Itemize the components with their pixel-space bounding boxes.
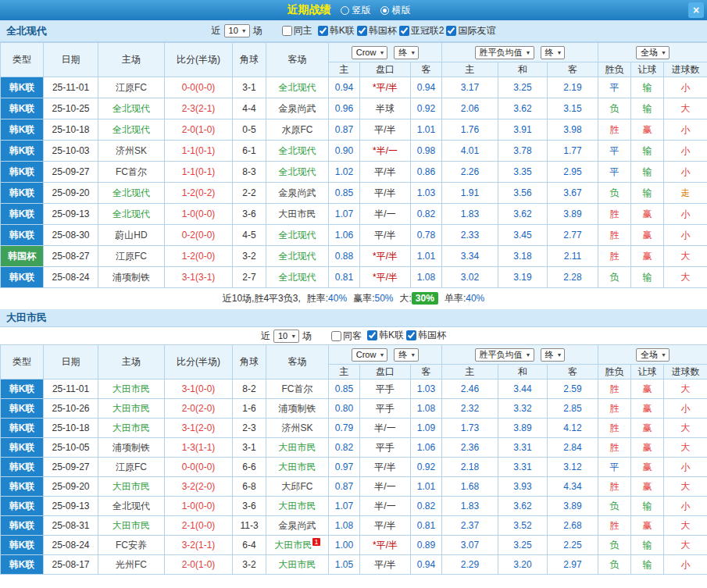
checkbox[interactable] — [399, 26, 409, 36]
odds-company-select[interactable]: Crow▼ — [352, 348, 388, 362]
profit-rate: 赢率:50% — [353, 292, 393, 305]
chevron-down-icon: ▼ — [526, 350, 531, 360]
col-eu-draw: 和 — [498, 62, 548, 77]
goals-result-cell: 大 — [664, 438, 707, 458]
league-cell: 韩K联 — [1, 536, 44, 555]
dialog-titlebar: 近期战绩 竖版 横版 × — [0, 0, 707, 20]
date-cell: 25-10-25 — [44, 98, 98, 119]
col-winloss: 胜负 — [598, 62, 631, 77]
single-rate: 单率:40% — [445, 292, 484, 305]
eu-away-odds-cell: 4.12 — [548, 419, 598, 438]
handicap-cell: 半/一 — [360, 497, 411, 516]
layout-vertical-radio[interactable]: 竖版 — [341, 4, 371, 17]
match-row: 韩K联25-09-27江原FC0-0(0-0)6-6大田市民0.97平/半0.9… — [1, 458, 707, 477]
eu-home-odds-cell: 1.91 — [442, 183, 498, 204]
avg-time-select[interactable]: 终▼ — [541, 348, 566, 362]
col-asia-home: 主 — [329, 365, 360, 380]
avg-time-select[interactable]: 终▼ — [541, 46, 566, 59]
corner-cell: 3-6 — [233, 204, 266, 225]
winloss-result-cell: 平 — [598, 458, 631, 477]
result-group: 全场▼ — [598, 43, 707, 62]
close-icon[interactable]: × — [688, 2, 704, 18]
winloss-result-cell: 胜 — [598, 225, 631, 246]
winloss-result-cell: 负 — [598, 555, 631, 575]
eu-home-odds-cell: 4.01 — [442, 141, 498, 162]
home-team-cell: 大田市民 — [98, 419, 165, 438]
league-filter-checkbox[interactable]: 韩国杯 — [406, 329, 446, 342]
handicap-cell: 平手 — [360, 438, 411, 458]
col-asia-handicap: 盘口 — [360, 365, 411, 380]
match-scope-select[interactable]: 全场▼ — [636, 348, 670, 362]
league-filter-checkbox[interactable]: 韩K联 — [318, 24, 355, 37]
checkbox[interactable] — [318, 26, 328, 36]
handicap-cell: 半/一 — [360, 477, 411, 497]
checkbox[interactable] — [446, 26, 456, 36]
goals-result-cell: 小 — [664, 555, 707, 575]
eu-home-odds-cell: 1.73 — [442, 419, 498, 438]
eu-home-odds-cell: 2.18 — [442, 458, 498, 477]
winloss-result-cell: 胜 — [598, 380, 631, 399]
date-cell: 25-11-01 — [44, 77, 98, 98]
checkbox[interactable] — [331, 331, 341, 341]
handicap-cell: *平/半 — [360, 246, 411, 267]
big-rate: 大:30% — [400, 292, 438, 305]
checkbox-label: 韩K联 — [379, 329, 404, 342]
avg-odds-select[interactable]: 胜平负均值▼ — [475, 46, 534, 59]
goals-result-cell: 小 — [664, 162, 707, 183]
home-team-cell: FC安养 — [98, 536, 165, 555]
handicap-cell: 平/半 — [360, 119, 411, 141]
asian-home-odds-cell: 0.90 — [329, 141, 360, 162]
eu-draw-odds-cell: 3.52 — [498, 516, 548, 536]
goals-result-cell: 大 — [664, 536, 707, 555]
asian-home-odds-cell: 1.07 — [329, 204, 360, 225]
asian-home-odds-cell: 0.97 — [329, 458, 360, 477]
match-row: 韩K联25-09-27FC首尔1-1(0-1)8-3全北现代1.02平/半0.8… — [1, 162, 707, 183]
odds-time-select[interactable]: 终▼ — [394, 46, 419, 59]
score-cell: 3-2(2-0) — [165, 477, 233, 497]
odds-time-select[interactable]: 终▼ — [394, 348, 419, 362]
home-team-cell: FC首尔 — [98, 162, 165, 183]
eu-home-odds-cell: 1.83 — [442, 497, 498, 516]
league-filter-checkbox[interactable]: 国际友谊 — [446, 24, 495, 37]
winloss-result-cell: 负 — [598, 267, 631, 288]
match-count-select[interactable]: 10▼ — [224, 24, 250, 37]
chevron-down-icon: ▼ — [557, 350, 562, 360]
eu-draw-odds-cell: 3.93 — [498, 477, 548, 497]
handicap-cell: 平/半 — [360, 225, 411, 246]
eu-home-odds-cell: 2.29 — [442, 555, 498, 575]
radio-unchecked-icon — [341, 6, 349, 15]
goals-result-cell: 大 — [664, 419, 707, 438]
same-home-checkbox[interactable]: 同主 — [282, 24, 312, 37]
corner-cell: 3-1 — [233, 77, 266, 98]
league-filter-checkbox[interactable]: 韩K联 — [367, 329, 404, 342]
col-eu-away: 客 — [548, 62, 598, 77]
handicap-result-cell: 赢 — [631, 477, 664, 497]
checkbox[interactable] — [406, 330, 416, 340]
checkbox[interactable] — [357, 26, 367, 36]
match-scope-select[interactable]: 全场▼ — [636, 46, 670, 59]
eu-home-odds-cell: 2.46 — [442, 380, 498, 399]
match-row: 韩K联25-10-26大田市民2-0(2-0)1-6浦项制铁0.80平手1.08… — [1, 399, 707, 419]
league-filter-checkbox[interactable]: 韩国杯 — [357, 24, 397, 37]
away-team-cell: 全北现代 — [266, 141, 329, 162]
asian-home-odds-cell: 0.96 — [329, 98, 360, 119]
corner-cell: 3-1 — [233, 438, 266, 458]
avg-odds-select[interactable]: 胜平负均值▼ — [475, 348, 534, 362]
asian-away-odds-cell: 1.01 — [411, 246, 442, 267]
checkbox[interactable] — [282, 26, 292, 36]
date-cell: 25-08-24 — [44, 536, 98, 555]
select-value: 10 — [229, 26, 238, 36]
winloss-result-cell: 胜 — [598, 477, 631, 497]
corner-cell: 1-6 — [233, 399, 266, 419]
odds-company-select[interactable]: Crow▼ — [352, 46, 388, 59]
league-filter-checkbox[interactable]: 亚冠联2 — [399, 24, 445, 37]
layout-horizontal-radio[interactable]: 横版 — [380, 4, 411, 17]
checkbox[interactable] — [367, 330, 377, 340]
date-cell: 25-11-01 — [44, 380, 98, 399]
match-count-select[interactable]: 10▼ — [273, 330, 299, 343]
winloss-result-cell: 胜 — [598, 516, 631, 536]
asian-home-odds-cell: 1.00 — [329, 536, 360, 555]
same-away-checkbox[interactable]: 同客 — [331, 330, 362, 343]
goals-result-cell: 小 — [664, 204, 707, 225]
home-team-cell: 江原FC — [98, 246, 165, 267]
